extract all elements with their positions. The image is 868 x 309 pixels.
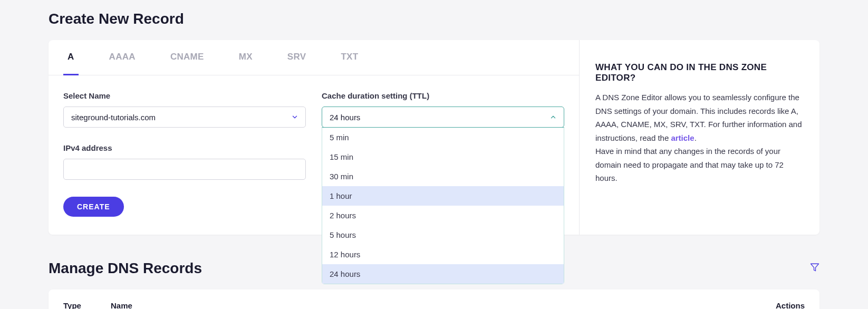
ipv4-label: IPv4 address xyxy=(63,143,306,152)
name-select[interactable] xyxy=(63,107,306,128)
ttl-select[interactable]: 5 min 15 min 30 min 1 hour 2 hours 5 hou… xyxy=(322,107,564,128)
dns-records-table: Type Name Actions xyxy=(49,289,819,309)
info-panel: WHAT YOU CAN DO IN THE DNS ZONE EDITOR? … xyxy=(580,40,819,235)
ttl-option[interactable]: 30 min xyxy=(322,167,564,186)
info-title: WHAT YOU CAN DO IN THE DNS ZONE EDITOR? xyxy=(595,62,803,83)
tab-aaaa[interactable]: AAAA xyxy=(105,40,140,75)
name-select-input[interactable] xyxy=(63,107,306,128)
ttl-option[interactable]: 2 hours xyxy=(322,206,564,225)
info-text: A DNS Zone Editor allows you to seamless… xyxy=(595,91,803,185)
tab-cname[interactable]: CNAME xyxy=(166,40,208,75)
ttl-dropdown: 5 min 15 min 30 min 1 hour 2 hours 5 hou… xyxy=(322,127,564,284)
ttl-label: Cache duration setting (TTL) xyxy=(322,91,564,100)
ttl-option[interactable]: 12 hours xyxy=(322,245,564,264)
ttl-option[interactable]: 15 min xyxy=(322,147,564,167)
table-header: Type Name Actions xyxy=(49,289,819,309)
ttl-option[interactable]: 1 hour xyxy=(322,186,564,206)
filter-icon[interactable] xyxy=(810,263,819,274)
tab-mx[interactable]: MX xyxy=(235,40,257,75)
column-type: Type xyxy=(63,301,111,309)
create-record-card: A AAAA CNAME MX SRV TXT Select Name xyxy=(49,40,819,235)
create-button[interactable]: CREATE xyxy=(63,197,124,217)
column-actions: Actions xyxy=(757,301,805,309)
ttl-field: Cache duration setting (TTL) 5 min 15 mi… xyxy=(322,91,564,128)
manage-title: Manage DNS Records xyxy=(49,260,202,277)
ttl-select-input[interactable] xyxy=(322,107,564,128)
column-name: Name xyxy=(111,301,757,309)
tab-srv[interactable]: SRV xyxy=(283,40,311,75)
form-area: Select Name Cache duration setting (TTL) xyxy=(49,75,579,235)
ttl-option[interactable]: 5 hours xyxy=(322,225,564,245)
ttl-option[interactable]: 24 hours xyxy=(322,264,564,284)
record-type-tabs: A AAAA CNAME MX SRV TXT xyxy=(49,40,579,75)
page-title: Create New Record xyxy=(49,11,819,27)
ipv4-input[interactable] xyxy=(63,159,306,180)
form-panel: A AAAA CNAME MX SRV TXT Select Name xyxy=(49,40,580,235)
tab-a[interactable]: A xyxy=(63,40,79,75)
ttl-option[interactable]: 5 min xyxy=(322,128,564,147)
name-label: Select Name xyxy=(63,91,306,100)
ipv4-field: IPv4 address xyxy=(63,143,306,180)
name-field: Select Name xyxy=(63,91,306,128)
svg-marker-0 xyxy=(811,264,819,271)
tab-txt[interactable]: TXT xyxy=(336,40,362,75)
article-link[interactable]: article xyxy=(671,133,694,142)
